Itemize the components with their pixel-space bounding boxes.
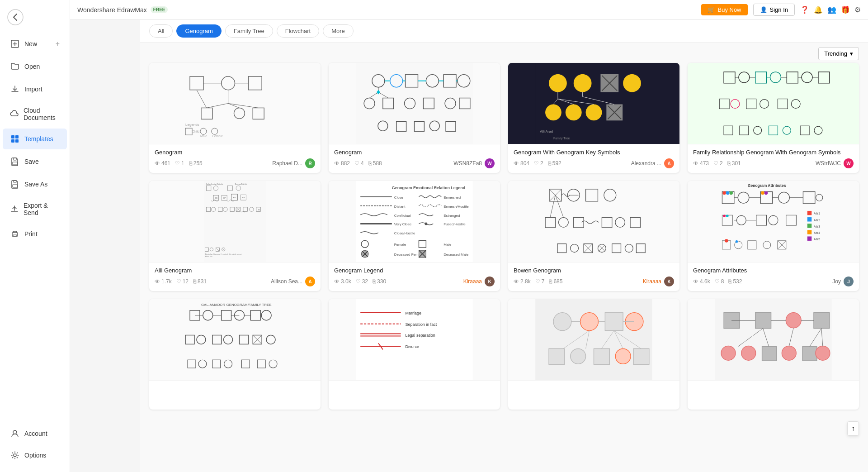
- heart-icon-3: ♡: [534, 160, 539, 167]
- card-meta-10: [334, 396, 495, 405]
- subtab-3[interactable]: Family Tree: [225, 24, 273, 38]
- sidebar-item-import[interactable]: Import: [3, 79, 67, 100]
- avatar-1: R: [305, 158, 315, 168]
- svg-point-158: [425, 222, 427, 225]
- copy-icon-3: ⎘: [548, 160, 551, 167]
- svg-rect-213: [807, 211, 811, 215]
- copies-6: ⎘ 330: [373, 278, 386, 285]
- avatar-7: K: [664, 277, 674, 286]
- sidebar-item-account[interactable]: Account: [3, 423, 67, 444]
- svg-text:German/Catholic: German/Catholic: [235, 183, 248, 185]
- svg-text:Estranged: Estranged: [443, 214, 460, 218]
- template-card-11[interactable]: [508, 299, 679, 410]
- heart-icon-6: ♡: [356, 278, 361, 285]
- copies-5: ⎘ 831: [193, 278, 207, 285]
- svg-rect-200: [718, 181, 829, 262]
- gift-icon[interactable]: 🎁: [841, 5, 850, 14]
- template-card-8[interactable]: Genogram Attributes: [688, 181, 859, 291]
- avatar-5: A: [305, 277, 315, 286]
- eye-icon-3: 👁: [514, 160, 519, 167]
- card-body-2: Genogram 👁 882 ♡ 4 ⎘ 588 WSN8: [329, 144, 500, 173]
- svg-text:73: 73: [215, 197, 217, 199]
- template-card-6[interactable]: Genogram Emotional Relation Legend Close…: [329, 181, 500, 291]
- eye-icon-1: 👁: [155, 160, 160, 167]
- svg-text:Italian Immigr./Catholic: Italian Immigr./Catholic: [206, 183, 223, 185]
- sidebar-item-cloud[interactable]: Cloud Documents: [3, 101, 67, 127]
- copy-icon-5: ⎘: [193, 278, 196, 285]
- copy-icon-4: ⎘: [727, 160, 731, 167]
- sidebar-item-saveas[interactable]: Save As: [3, 174, 67, 195]
- card-body-8: Genogram Attributes 👁 4.6k ♡ 8 ⎘ 532: [688, 262, 859, 291]
- sidebar-item-open-label: Open: [24, 63, 40, 70]
- sidebar-item-print-label: Print: [24, 230, 38, 238]
- svg-point-12: [13, 430, 17, 434]
- author-area-7: Kiraaaa K: [643, 277, 674, 286]
- team-icon[interactable]: 👥: [827, 5, 836, 14]
- eye-icon-2: 👁: [334, 160, 340, 167]
- card-title-2: Genogram: [334, 149, 495, 156]
- svg-point-63: [549, 74, 567, 92]
- sidebar-item-export[interactable]: Export & Send: [3, 196, 67, 222]
- svg-text:Enmeshed: Enmeshed: [443, 195, 461, 200]
- sidebar-item-templates[interactable]: Templates: [3, 129, 67, 149]
- template-card-2[interactable]: Genogram 👁 882 ♡ 4 ⎘ 588 WSN8: [329, 63, 500, 173]
- copy-icon-2: ⎘: [368, 160, 372, 167]
- template-card-3[interactable]: Alli Arad Family Tree Genogram With Geno…: [508, 63, 679, 173]
- svg-rect-219: [807, 230, 811, 234]
- sort-dropdown[interactable]: Trending ▾: [818, 47, 859, 60]
- template-card-10[interactable]: Marriage Separation in fact Legal separa…: [329, 299, 500, 410]
- card-title-5: Alli Genogram: [155, 267, 315, 274]
- copies-3: ⎘ 592: [548, 160, 561, 167]
- svg-point-286: [553, 313, 571, 331]
- subtab-all[interactable]: All: [149, 24, 173, 38]
- bell-icon[interactable]: 🔔: [814, 5, 823, 14]
- buy-now-button[interactable]: 🛒 Buy Now: [701, 4, 747, 15]
- svg-rect-312: [802, 346, 817, 361]
- copies-2: ⎘ 588: [368, 160, 382, 167]
- svg-rect-215: [807, 217, 811, 221]
- views-7: 👁 2.8k: [514, 278, 531, 285]
- subtab-genogram[interactable]: Genogram: [176, 24, 221, 38]
- svg-text:Female: Female: [394, 243, 406, 247]
- author-area-1: Raphael D... R: [272, 158, 315, 168]
- svg-rect-9: [13, 185, 17, 187]
- copy-icon-6: ⎘: [373, 278, 376, 285]
- template-card-12[interactable]: [688, 299, 859, 410]
- card-body-10: [329, 381, 500, 410]
- heart-icon-8: ♡: [715, 278, 720, 285]
- eye-icon-7: 👁: [514, 278, 519, 285]
- sidebar-item-print[interactable]: Print: [3, 224, 67, 244]
- heart-icon-4: ♡: [713, 160, 718, 167]
- scroll-to-top-button[interactable]: ↑: [847, 421, 859, 436]
- svg-rect-290: [549, 348, 565, 364]
- sign-in-button[interactable]: 👤 Sign In: [753, 4, 795, 16]
- template-card-1[interactable]: Legends Child Male Female Genogram 👁 461…: [149, 63, 321, 173]
- card-title-11: [514, 385, 674, 393]
- card-title-10: [334, 385, 495, 393]
- svg-text:Enmesh/Hostile: Enmesh/Hostile: [443, 205, 469, 209]
- card-body-6: Genogram Legend 👁 3.0k ♡ 32 ⎘ 330: [329, 262, 500, 291]
- sidebar-item-save[interactable]: Save: [3, 151, 67, 172]
- help-icon[interactable]: ❓: [800, 5, 809, 14]
- template-card-7[interactable]: Bowen Genogram 👁 2.8k ♡ 7 ⎘ 685: [508, 181, 679, 291]
- likes-6: ♡ 32: [356, 278, 368, 285]
- card-title-12: [693, 385, 854, 393]
- copy-icon-8: ⎘: [728, 278, 731, 285]
- svg-point-306: [786, 313, 801, 328]
- svg-point-72: [586, 104, 602, 120]
- subtab-5[interactable]: More: [323, 24, 354, 38]
- back-button[interactable]: [0, 4, 70, 33]
- subtab-4[interactable]: Flowchart: [277, 24, 319, 38]
- sidebar-item-options[interactable]: Options: [3, 445, 67, 466]
- sidebar-item-export-label: Export & Send: [24, 202, 60, 216]
- svg-text:70: 70: [258, 209, 260, 211]
- settings-icon[interactable]: ⚙: [854, 5, 861, 14]
- template-card-9[interactable]: GAL-AMADOR GENOGRAM/FAMILY TREE: [149, 299, 321, 410]
- template-card-5[interactable]: Italian Immigr./Catholic German/Catholic…: [149, 181, 321, 291]
- card-thumb-11: [508, 299, 679, 381]
- svg-rect-285: [535, 299, 652, 380]
- template-card-4[interactable]: Family Relationship Genogram With Genogr…: [688, 63, 859, 173]
- sidebar-item-open[interactable]: Open: [3, 56, 67, 77]
- sidebar-item-new[interactable]: New +: [3, 33, 67, 54]
- author-area-6: Kiraaaa K: [463, 277, 495, 286]
